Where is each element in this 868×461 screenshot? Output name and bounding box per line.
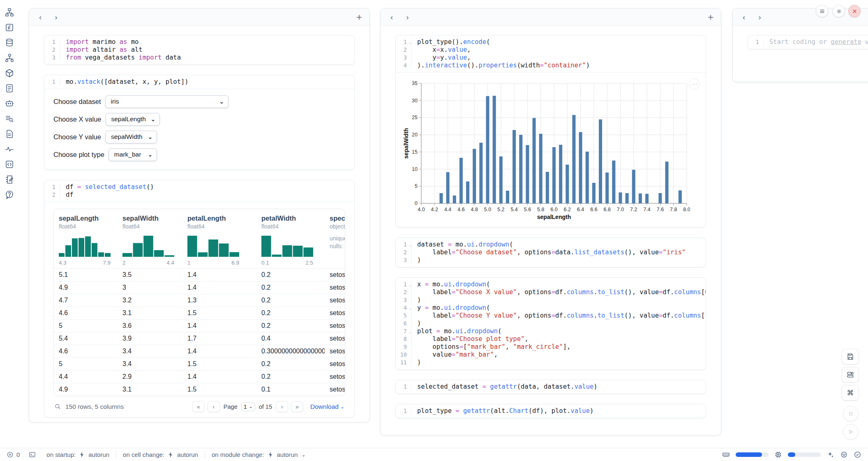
lightning-icon [167, 451, 174, 458]
column-header[interactable]: petalLengthfloat64 [182, 209, 256, 230]
column-histogram [122, 234, 174, 257]
dropdown-select[interactable]: iris⌄ [105, 95, 229, 108]
column-prev-icon[interactable]: ‹ [740, 13, 748, 21]
sidebar-snippets-icon[interactable] [5, 159, 14, 169]
fold-arrow-icon[interactable]: ⌄ [409, 39, 411, 46]
run-button[interactable] [843, 424, 859, 440]
chevron-down-icon: ⌄ [219, 99, 224, 105]
sidebar-file-tree-icon[interactable] [5, 7, 14, 17]
svg-text:7.6: 7.6 [657, 207, 664, 212]
lightning-icon [78, 451, 85, 458]
code-line: ) [411, 256, 421, 264]
table-cell: 1.4 [182, 371, 256, 383]
sidebar-dependency-graph-icon[interactable] [5, 53, 14, 63]
line-number: 1 [44, 38, 60, 46]
next-page-button[interactable]: › [276, 401, 288, 412]
save-icon [846, 353, 854, 361]
page-select[interactable]: 1⌄ [241, 402, 255, 411]
code-editor[interactable]: 1⌄dataset = mo.ui.dropdown(2 label="Choo… [396, 238, 706, 267]
code-editor[interactable]: 1Start coding or generate with AI [748, 35, 868, 49]
code-editor[interactable]: 1import marimo as mo2import altair as al… [44, 35, 354, 65]
last-page-button[interactable]: » [291, 401, 303, 412]
code-line: plot_type().encode( [411, 38, 490, 46]
column-header[interactable]: speciesobject [325, 209, 345, 230]
column-prev-icon[interactable]: ‹ [388, 13, 395, 21]
sidebar-ai-chat-icon[interactable] [5, 99, 14, 108]
sidebar-tracing-icon[interactable] [5, 144, 14, 154]
on-module-change-setting[interactable]: on module change: autorun ⌄ [212, 451, 306, 458]
notebook-cell: 1mo.vstack([dataset, x, y, plot])Choose … [44, 75, 355, 170]
sidebar-documentation-icon[interactable] [5, 129, 14, 139]
dropdown-select[interactable]: mark_bar⌄ [108, 148, 157, 161]
code-editor[interactable]: 1⌄plot_type().encode(2 x=x.value,3 y=y.v… [396, 35, 706, 72]
add-column-button[interactable]: + [356, 12, 362, 22]
table-cell: 0.4 [256, 332, 325, 345]
sidebar-packages-icon[interactable] [5, 68, 14, 78]
line-number: 7⌄ [396, 327, 411, 335]
chart-actions-button[interactable]: ⋯ [689, 78, 700, 90]
on-startup-setting[interactable]: on startup: autorun [46, 451, 109, 458]
column-prev-icon[interactable]: ‹ [37, 13, 44, 21]
code-editor[interactable]: 1plot_type = getattr(alt.Chart(df), plot… [396, 404, 706, 418]
sidebar-datasources-icon[interactable] [5, 38, 14, 48]
fold-arrow-icon[interactable]: ⌄ [409, 328, 411, 336]
fold-arrow-icon[interactable]: ⌄ [409, 281, 411, 289]
copilot-icon[interactable] [840, 451, 848, 459]
column-header[interactable]: petalWidthfloat64 [256, 209, 325, 230]
first-page-button[interactable]: « [192, 401, 205, 412]
errors-indicator[interactable]: 0 [7, 451, 20, 458]
close-panel-button[interactable] [848, 5, 861, 17]
column-3-header: ‹ › + [733, 9, 868, 26]
search-icon[interactable] [54, 403, 61, 410]
sidebar-logs-icon[interactable] [5, 83, 14, 93]
connected-check-icon[interactable] [854, 451, 861, 459]
download-button[interactable]: Download⌄ [310, 403, 344, 410]
sidebar-scratchpad-icon[interactable] [5, 175, 14, 184]
table-row: 4.73.21.30.2setosa [54, 294, 345, 307]
column-next-icon[interactable]: › [52, 13, 60, 21]
dropdown-value: sepalLength [111, 115, 146, 123]
add-column-button[interactable]: + [708, 12, 713, 22]
sidebar-help-icon[interactable] [5, 190, 14, 200]
hist-max: 7.9 [103, 260, 111, 266]
code-line: import marimo as mo [60, 38, 139, 46]
save-button[interactable] [842, 349, 859, 364]
fold-arrow-icon[interactable]: ⌄ [409, 304, 411, 312]
command-palette-button[interactable]: ⌘ [842, 385, 859, 401]
svg-text:6.0: 6.0 [550, 207, 557, 212]
terminal-button[interactable] [29, 451, 36, 458]
column-next-icon[interactable]: › [756, 13, 763, 21]
code-editor[interactable]: 1df = selected_dataset()2df [44, 180, 354, 202]
column-header[interactable]: sepalWidthfloat64 [118, 209, 182, 230]
column-next-icon[interactable]: › [404, 13, 411, 21]
dropdown-select[interactable]: sepalLength⌄ [106, 113, 160, 126]
sidebar-functions-icon[interactable] [5, 23, 14, 32]
prev-page-button[interactable]: ‹ [208, 401, 220, 412]
hist-max: 6.9 [231, 260, 239, 266]
chevron-down-icon: ⌄ [249, 404, 253, 409]
notebook-cell: 1import marimo as mo2import altair as al… [44, 35, 355, 65]
table-cell: 0.2 [256, 281, 325, 294]
column-2-cells: 1⌄plot_type().encode(2 x=x.value,3 y=y.v… [381, 26, 721, 436]
altair-bar-chart[interactable]: 4.04.24.44.64.85.05.25.45.65.86.06.26.46… [402, 78, 690, 222]
fold-arrow-icon[interactable]: ⌄ [409, 241, 411, 249]
code-editor[interactable]: 1selected_dataset = getattr(data, datase… [396, 380, 706, 394]
code-editor[interactable]: 1⌄x = mo.ui.dropdown(2 label="Choose X v… [396, 278, 706, 369]
settings-button[interactable] [833, 5, 845, 17]
divider [205, 451, 205, 459]
table-cell: setosa [325, 294, 345, 307]
column-header[interactable]: sepalLengthfloat64 [54, 209, 118, 230]
stop-button[interactable] [843, 406, 859, 422]
sparkles-icon[interactable] [826, 451, 834, 459]
svg-text:4.6: 4.6 [457, 207, 464, 212]
column-1-header: ‹ › + [29, 9, 369, 26]
dropdown-select[interactable]: sepalWidth⌄ [105, 131, 157, 143]
layout-button[interactable] [842, 367, 859, 383]
column-type: float64 [187, 223, 256, 230]
marimo-app: ‹ › + 1import marimo as mo2import altair… [0, 0, 868, 461]
on-cell-change-setting[interactable]: on cell change: autorun [123, 451, 198, 458]
page-label: Page [224, 403, 238, 410]
sidebar-outline-icon[interactable] [5, 114, 14, 124]
menu-button[interactable] [816, 5, 828, 17]
code-editor[interactable]: 1mo.vstack([dataset, x, y, plot]) [44, 75, 354, 89]
